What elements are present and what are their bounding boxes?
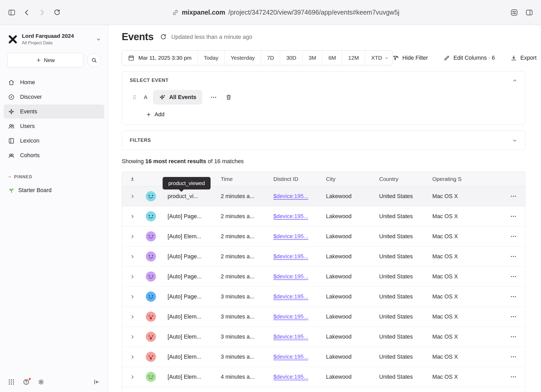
event-name[interactable]: [Auto] Elem...: [159, 374, 221, 380]
distinct-id-link[interactable]: $device:195...: [273, 233, 326, 240]
sidebar-item-home[interactable]: Home: [4, 75, 104, 89]
hide-filter-button[interactable]: Hide Filter: [392, 55, 428, 61]
distinct-id-link[interactable]: $device:195...: [273, 293, 326, 300]
table-row[interactable]: [Auto] Page...2 minutes a...$device:195.…: [122, 206, 525, 226]
row-actions-button[interactable]: [510, 213, 517, 220]
row-actions-button[interactable]: [510, 353, 517, 360]
pinned-section-header[interactable]: PINNED: [8, 174, 108, 179]
column-os[interactable]: Operating S: [432, 176, 502, 182]
drag-handle-icon[interactable]: [131, 94, 138, 101]
sidebar-item-discover[interactable]: Discover: [4, 90, 104, 104]
distinct-id-link[interactable]: $device:195...: [273, 253, 326, 260]
column-time[interactable]: Time: [221, 176, 273, 182]
chevron-up-icon[interactable]: [512, 78, 517, 83]
chevron-down-icon[interactable]: [512, 138, 517, 143]
export-button[interactable]: Export: [511, 55, 537, 61]
distinct-id-link[interactable]: $device:195...: [273, 334, 326, 340]
row-actions-button[interactable]: [510, 293, 517, 300]
reload-icon[interactable]: [53, 9, 61, 16]
distinct-id-link[interactable]: $device:195...: [273, 374, 326, 380]
range-3m[interactable]: 3M: [302, 51, 322, 65]
table-row[interactable]: [Auto] Page...2 minutes a...$device:195.…: [122, 267, 525, 287]
event-name[interactable]: [Auto] Elem...: [159, 334, 221, 340]
expand-row-icon[interactable]: [130, 254, 135, 259]
settings-gear-icon[interactable]: [38, 378, 45, 385]
sidebar-item-lexicon[interactable]: Lexicon: [4, 134, 104, 148]
event-options-button[interactable]: [210, 94, 217, 101]
help-button[interactable]: [23, 378, 30, 385]
collapse-rows-icon[interactable]: [130, 176, 135, 182]
expand-row-icon[interactable]: [130, 274, 135, 279]
back-icon[interactable]: [23, 9, 31, 16]
event-name[interactable]: [Auto] Page...: [159, 213, 221, 220]
event-name[interactable]: [Auto] Elem...: [159, 314, 221, 320]
event-name[interactable]: [Auto] Elem...: [159, 354, 221, 360]
table-row[interactable]: product_vi...2 minutes a...$device:195..…: [122, 186, 525, 206]
table-row[interactable]: [Auto] Elem...3 minutes a...$device:195.…: [122, 347, 525, 367]
event-name[interactable]: [Auto] Elem...: [159, 233, 221, 240]
row-actions-button[interactable]: [510, 333, 517, 340]
range-today[interactable]: Today: [198, 51, 224, 65]
row-actions-button[interactable]: [510, 233, 517, 240]
apps-grid-icon[interactable]: [8, 378, 15, 385]
table-row[interactable]: [Auto] Elem...2 minutes a...$device:195.…: [122, 226, 525, 247]
event-selector-button[interactable]: All Events: [153, 90, 202, 105]
column-country[interactable]: Country: [379, 176, 432, 182]
range-7d[interactable]: 7D: [261, 51, 280, 65]
browser-right-sidebar-icon[interactable]: [525, 9, 533, 16]
table-row[interactable]: [Auto] Elem...4 minutes a...$device:195.…: [122, 367, 525, 387]
pinned-item-starter-board[interactable]: Starter Board: [8, 187, 108, 194]
event-name[interactable]: [Auto] Page...: [159, 273, 221, 280]
delete-event-icon[interactable]: [225, 94, 232, 101]
date-picker-button[interactable]: Mar 11, 2025 3:30 pm: [122, 51, 198, 65]
row-actions-button[interactable]: [510, 273, 517, 280]
workspace-switcher[interactable]: Lord Farquaad 2024 All Project Data: [0, 25, 108, 48]
filters-title: FILTERS: [130, 138, 151, 143]
distinct-id-link[interactable]: $device:195...: [273, 354, 326, 360]
search-button[interactable]: [87, 53, 101, 67]
row-actions-button[interactable]: [510, 253, 517, 260]
new-button[interactable]: New: [7, 53, 83, 68]
distinct-id-link[interactable]: $device:195...: [273, 193, 326, 200]
event-os: Mac OS X: [432, 213, 502, 220]
edit-columns-button[interactable]: Edit Columns · 6: [444, 55, 495, 61]
expand-row-icon[interactable]: [130, 294, 135, 299]
table-row[interactable]: [Auto] Page...2 minutes a...$device:195.…: [122, 247, 525, 267]
browser-sidebar-toggle-icon[interactable]: [8, 9, 16, 16]
distinct-id-link[interactable]: $device:195...: [273, 273, 326, 280]
event-name[interactable]: product_vi...: [159, 193, 221, 200]
row-actions-button[interactable]: [510, 313, 517, 320]
table-row[interactable]: [Auto] Elem...3 minutes a...$device:195.…: [122, 307, 525, 327]
expand-row-icon[interactable]: [130, 354, 135, 359]
url-bar[interactable]: mixpanel.com/project/3472420/view/397469…: [68, 9, 503, 16]
sidebar-item-users[interactable]: Users: [4, 119, 104, 133]
range-30d[interactable]: 30D: [280, 51, 302, 65]
row-actions-button[interactable]: [510, 193, 517, 200]
table-row[interactable]: [Auto] Page...3 minutes a...$device:195.…: [122, 287, 525, 307]
range-12m[interactable]: 12M: [342, 51, 365, 65]
range-xtd[interactable]: XTD: [365, 51, 392, 65]
expand-row-icon[interactable]: [130, 314, 135, 319]
event-name[interactable]: [Auto] Page...: [159, 253, 221, 260]
refresh-icon[interactable]: [160, 33, 167, 41]
range-yesterday[interactable]: Yesterday: [224, 51, 261, 65]
expand-row-icon[interactable]: [130, 194, 135, 199]
range-6m[interactable]: 6M: [322, 51, 342, 65]
expand-row-icon[interactable]: [130, 214, 135, 219]
collapse-sidebar-icon[interactable]: [93, 378, 100, 385]
sidebar-item-events[interactable]: Events: [4, 105, 104, 119]
row-actions-button[interactable]: [510, 373, 517, 380]
page-settings-icon[interactable]: [510, 9, 518, 16]
distinct-id-link[interactable]: $device:195...: [273, 213, 326, 220]
event-country: United States: [379, 273, 432, 280]
event-name[interactable]: [Auto] Page...: [159, 293, 221, 300]
column-distinct-id[interactable]: Distinct ID: [273, 176, 326, 182]
table-row[interactable]: [Auto] Elem...3 minutes a...$device:195.…: [122, 327, 525, 347]
distinct-id-link[interactable]: $device:195...: [273, 314, 326, 320]
sidebar-item-cohorts[interactable]: Cohorts: [4, 148, 104, 162]
expand-row-icon[interactable]: [130, 234, 135, 239]
column-city[interactable]: City: [326, 176, 379, 182]
expand-row-icon[interactable]: [130, 375, 135, 379]
add-event-button[interactable]: Add: [146, 111, 164, 118]
expand-row-icon[interactable]: [130, 334, 135, 339]
